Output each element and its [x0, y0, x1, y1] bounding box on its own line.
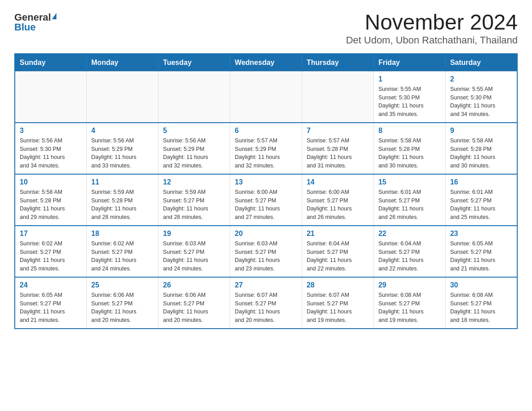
day-info: Sunrise: 6:07 AMSunset: 5:27 PMDaylight:…	[307, 291, 369, 325]
weekday-header-wednesday: Wednesday	[230, 54, 302, 72]
weekday-header-sunday: Sunday	[15, 54, 86, 72]
day-info: Sunrise: 5:59 AMSunset: 5:27 PMDaylight:…	[163, 188, 225, 222]
calendar-cell: 13Sunrise: 6:00 AMSunset: 5:27 PMDayligh…	[230, 174, 302, 226]
day-number: 7	[307, 127, 369, 135]
day-info: Sunrise: 5:56 AMSunset: 5:29 PMDaylight:…	[163, 137, 225, 170]
calendar-cell: 19Sunrise: 6:03 AMSunset: 5:27 PMDayligh…	[159, 226, 230, 277]
day-number: 15	[378, 178, 441, 186]
calendar-cell: 3Sunrise: 5:56 AMSunset: 5:30 PMDaylight…	[15, 123, 86, 174]
weekday-header-tuesday: Tuesday	[159, 54, 230, 72]
day-number: 5	[163, 127, 225, 135]
day-number: 9	[450, 127, 512, 135]
day-number: 1	[378, 75, 441, 83]
day-info: Sunrise: 6:01 AMSunset: 5:27 PMDaylight:…	[378, 188, 441, 222]
day-number: 21	[307, 230, 369, 238]
day-info: Sunrise: 6:08 AMSunset: 5:27 PMDaylight:…	[450, 291, 512, 325]
day-info: Sunrise: 5:58 AMSunset: 5:28 PMDaylight:…	[20, 188, 82, 222]
calendar-cell: 9Sunrise: 5:58 AMSunset: 5:28 PMDaylight…	[446, 123, 517, 174]
logo: General Blue	[14, 13, 56, 32]
calendar-cell: 6Sunrise: 5:57 AMSunset: 5:29 PMDaylight…	[230, 123, 302, 174]
day-number: 25	[91, 281, 154, 289]
calendar-week-row: 10Sunrise: 5:58 AMSunset: 5:28 PMDayligh…	[15, 174, 517, 226]
day-number: 6	[235, 127, 297, 135]
calendar-week-row: 24Sunrise: 6:05 AMSunset: 5:27 PMDayligh…	[15, 277, 517, 329]
calendar-cell: 1Sunrise: 5:55 AMSunset: 5:30 PMDaylight…	[373, 71, 445, 123]
day-info: Sunrise: 6:06 AMSunset: 5:27 PMDaylight:…	[91, 291, 154, 325]
weekday-header-monday: Monday	[86, 54, 158, 72]
calendar-table: SundayMondayTuesdayWednesdayThursdayFrid…	[14, 53, 518, 329]
calendar-cell: 27Sunrise: 6:07 AMSunset: 5:27 PMDayligh…	[230, 277, 302, 329]
day-number: 10	[20, 178, 82, 186]
weekday-header-row: SundayMondayTuesdayWednesdayThursdayFrid…	[15, 54, 517, 72]
calendar-cell: 29Sunrise: 6:08 AMSunset: 5:27 PMDayligh…	[373, 277, 445, 329]
calendar-cell: 10Sunrise: 5:58 AMSunset: 5:28 PMDayligh…	[15, 174, 86, 226]
calendar-cell: 11Sunrise: 5:59 AMSunset: 5:28 PMDayligh…	[86, 174, 158, 226]
day-info: Sunrise: 6:08 AMSunset: 5:27 PMDaylight:…	[378, 291, 441, 325]
day-info: Sunrise: 6:04 AMSunset: 5:27 PMDaylight:…	[378, 240, 441, 273]
calendar-cell: 4Sunrise: 5:56 AMSunset: 5:29 PMDaylight…	[86, 123, 158, 174]
calendar-week-row: 17Sunrise: 6:02 AMSunset: 5:27 PMDayligh…	[15, 226, 517, 277]
day-number: 23	[450, 230, 512, 238]
calendar-cell: 22Sunrise: 6:04 AMSunset: 5:27 PMDayligh…	[373, 226, 445, 277]
day-info: Sunrise: 6:04 AMSunset: 5:27 PMDaylight:…	[307, 240, 369, 273]
logo-triangle-icon	[52, 13, 56, 19]
day-number: 27	[235, 281, 297, 289]
calendar-cell: 7Sunrise: 5:57 AMSunset: 5:28 PMDaylight…	[302, 123, 373, 174]
calendar-title: November 2024	[346, 11, 518, 34]
day-number: 4	[91, 127, 154, 135]
calendar-cell	[86, 71, 158, 123]
title-section: November 2024 Det Udom, Ubon Ratchathani…	[346, 11, 518, 46]
day-info: Sunrise: 5:59 AMSunset: 5:28 PMDaylight:…	[91, 188, 154, 222]
calendar-cell	[230, 71, 302, 123]
day-number: 12	[163, 178, 225, 186]
logo-blue-text: Blue	[14, 22, 36, 32]
day-info: Sunrise: 5:55 AMSunset: 5:30 PMDaylight:…	[450, 85, 512, 119]
day-info: Sunrise: 5:56 AMSunset: 5:30 PMDaylight:…	[20, 137, 82, 170]
day-number: 8	[378, 127, 441, 135]
day-info: Sunrise: 5:58 AMSunset: 5:28 PMDaylight:…	[378, 137, 441, 170]
calendar-cell: 21Sunrise: 6:04 AMSunset: 5:27 PMDayligh…	[302, 226, 373, 277]
calendar-cell: 18Sunrise: 6:02 AMSunset: 5:27 PMDayligh…	[86, 226, 158, 277]
calendar-header: SundayMondayTuesdayWednesdayThursdayFrid…	[15, 54, 517, 72]
calendar-cell: 30Sunrise: 6:08 AMSunset: 5:27 PMDayligh…	[446, 277, 517, 329]
day-number: 30	[450, 281, 512, 289]
day-number: 29	[378, 281, 441, 289]
calendar-week-row: 3Sunrise: 5:56 AMSunset: 5:30 PMDaylight…	[15, 123, 517, 174]
day-number: 18	[91, 230, 154, 238]
day-info: Sunrise: 5:58 AMSunset: 5:28 PMDaylight:…	[450, 137, 512, 170]
day-info: Sunrise: 6:00 AMSunset: 5:27 PMDaylight:…	[235, 188, 297, 222]
calendar-cell	[302, 71, 373, 123]
weekday-header-thursday: Thursday	[302, 54, 373, 72]
calendar-week-row: 1Sunrise: 5:55 AMSunset: 5:30 PMDaylight…	[15, 71, 517, 123]
day-number: 28	[307, 281, 369, 289]
day-info: Sunrise: 6:03 AMSunset: 5:27 PMDaylight:…	[163, 240, 225, 273]
calendar-cell: 24Sunrise: 6:05 AMSunset: 5:27 PMDayligh…	[15, 277, 86, 329]
calendar-subtitle: Det Udom, Ubon Ratchathani, Thailand	[346, 34, 518, 46]
day-number: 17	[20, 230, 82, 238]
calendar-cell: 15Sunrise: 6:01 AMSunset: 5:27 PMDayligh…	[373, 174, 445, 226]
calendar-cell: 26Sunrise: 6:06 AMSunset: 5:27 PMDayligh…	[159, 277, 230, 329]
day-info: Sunrise: 5:57 AMSunset: 5:29 PMDaylight:…	[235, 137, 297, 170]
day-info: Sunrise: 6:00 AMSunset: 5:27 PMDaylight:…	[307, 188, 369, 222]
calendar-cell	[159, 71, 230, 123]
calendar-cell: 17Sunrise: 6:02 AMSunset: 5:27 PMDayligh…	[15, 226, 86, 277]
day-number: 24	[20, 281, 82, 289]
day-info: Sunrise: 6:01 AMSunset: 5:27 PMDaylight:…	[450, 188, 512, 222]
logo-general-text: General	[14, 13, 51, 22]
calendar-cell: 16Sunrise: 6:01 AMSunset: 5:27 PMDayligh…	[446, 174, 517, 226]
day-info: Sunrise: 6:07 AMSunset: 5:27 PMDaylight:…	[235, 291, 297, 325]
calendar-cell: 20Sunrise: 6:03 AMSunset: 5:27 PMDayligh…	[230, 226, 302, 277]
day-number: 20	[235, 230, 297, 238]
weekday-header-saturday: Saturday	[446, 54, 517, 72]
day-number: 14	[307, 178, 369, 186]
day-number: 3	[20, 127, 82, 135]
calendar-cell: 28Sunrise: 6:07 AMSunset: 5:27 PMDayligh…	[302, 277, 373, 329]
calendar-cell: 12Sunrise: 5:59 AMSunset: 5:27 PMDayligh…	[159, 174, 230, 226]
calendar-cell: 2Sunrise: 5:55 AMSunset: 5:30 PMDaylight…	[446, 71, 517, 123]
day-info: Sunrise: 6:02 AMSunset: 5:27 PMDaylight:…	[20, 240, 82, 273]
day-info: Sunrise: 6:03 AMSunset: 5:27 PMDaylight:…	[235, 240, 297, 273]
day-number: 22	[378, 230, 441, 238]
day-info: Sunrise: 6:02 AMSunset: 5:27 PMDaylight:…	[91, 240, 154, 273]
calendar-cell	[15, 71, 86, 123]
day-number: 26	[163, 281, 225, 289]
